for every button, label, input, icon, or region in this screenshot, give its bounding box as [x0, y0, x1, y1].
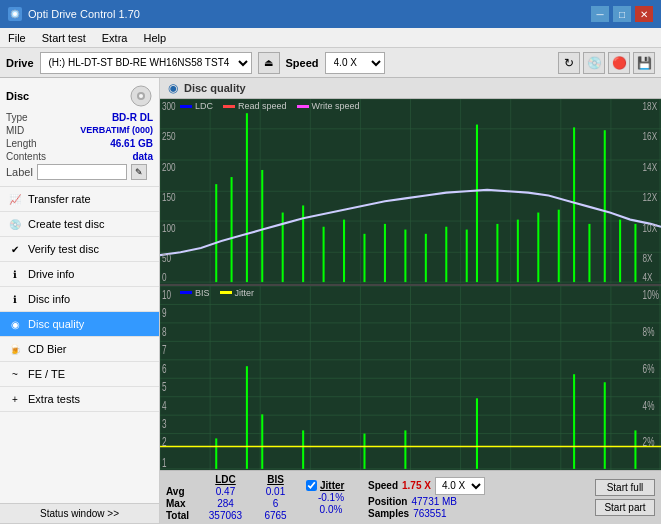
status-bar-section: Status window >>	[0, 503, 159, 524]
svg-text:18X: 18X	[643, 100, 658, 113]
max-jitter: 0.0%	[306, 504, 356, 515]
svg-text:3: 3	[162, 416, 167, 430]
label-edit-button[interactable]: ✎	[131, 164, 147, 180]
svg-text:5: 5	[162, 379, 167, 393]
svg-text:9: 9	[162, 305, 167, 319]
action-buttons: Start full Start part	[595, 479, 655, 516]
refresh-icon[interactable]: ↻	[558, 52, 580, 74]
mid-label: MID	[6, 125, 24, 136]
drive-toolbar-icons: ↻ 💿 🔴 💾	[558, 52, 655, 74]
cd-bier-icon: 🍺	[8, 342, 22, 356]
start-full-button[interactable]: Start full	[595, 479, 655, 496]
drive-select[interactable]: (H:) HL-DT-ST BD-RE WH16NS58 TST4	[40, 52, 252, 74]
speed-stat-select[interactable]: 4.0 X	[435, 477, 485, 495]
svg-point-1	[13, 12, 17, 16]
position-row: Position 47731 MB	[368, 496, 485, 507]
stats-bar: LDC BIS Avg 0.47 0.01 Max 284 6	[160, 470, 661, 524]
svg-text:2%: 2%	[643, 434, 655, 448]
jitter-checkbox[interactable]	[306, 480, 317, 491]
menu-extra[interactable]: Extra	[94, 28, 136, 47]
nav-extra-tests[interactable]: + Extra tests	[0, 387, 159, 412]
svg-text:7: 7	[162, 342, 167, 356]
stats-row: LDC BIS Avg 0.47 0.01 Max 284 6	[166, 474, 655, 521]
left-panel: Disc Type BD-R DL MID VERBATIMf (000) L	[0, 78, 160, 524]
bis-legend-label: BIS	[195, 288, 210, 298]
samples-label: Samples	[368, 508, 409, 519]
nav-cd-bier[interactable]: 🍺 CD Bier	[0, 337, 159, 362]
stats-header-row: LDC BIS	[166, 474, 298, 485]
speed-select[interactable]: 4.0 X	[325, 52, 385, 74]
start-part-button[interactable]: Start part	[595, 499, 655, 516]
bis-header: BIS	[253, 474, 298, 485]
svg-text:4X: 4X	[643, 270, 653, 283]
max-bis: 6	[253, 498, 298, 509]
main-content: Disc Type BD-R DL MID VERBATIMf (000) L	[0, 78, 661, 524]
disc-section: Disc Type BD-R DL MID VERBATIMf (000) L	[0, 78, 159, 187]
speed-stat-value: 1.75 X	[402, 480, 431, 491]
read-speed-legend-label: Read speed	[238, 101, 287, 111]
svg-text:6%: 6%	[643, 360, 655, 374]
chart-header-icon: ◉	[168, 81, 178, 95]
ldc-legend-label: LDC	[195, 101, 213, 111]
svg-text:2: 2	[162, 434, 167, 448]
verify-disc-icon: ✔	[8, 242, 22, 256]
nav-fe-te[interactable]: ~ FE / TE	[0, 362, 159, 387]
jitter-legend-color	[220, 291, 232, 294]
write-speed-legend-color	[297, 105, 309, 108]
position-value: 47731 MB	[411, 496, 457, 507]
mid-value: VERBATIMf (000)	[80, 125, 153, 136]
svg-text:4%: 4%	[643, 397, 655, 411]
svg-text:16X: 16X	[643, 130, 658, 143]
contents-label: Contents	[6, 151, 46, 162]
nav-transfer-rate[interactable]: 📈 Transfer rate	[0, 187, 159, 212]
nav-disc-info[interactable]: ℹ Disc info	[0, 287, 159, 312]
bottom-chart: 10 9 8 7 6 5 4 3 2 1 10% 8% 6% 4% 2%	[160, 286, 661, 471]
disc-erase-icon[interactable]: 🔴	[608, 52, 630, 74]
svg-text:10: 10	[162, 286, 171, 300]
maximize-button[interactable]: □	[613, 6, 631, 22]
disc-write-icon[interactable]: 💿	[583, 52, 605, 74]
jitter-section: Jitter -0.1% 0.0%	[306, 480, 356, 515]
save-icon[interactable]: 💾	[633, 52, 655, 74]
create-disc-icon: 💿	[8, 217, 22, 231]
window-controls: ─ □ ✕	[591, 6, 653, 22]
top-chart-svg: 300 250 200 150 100 50 0 18X 16X 14X 12X…	[160, 99, 661, 284]
drive-bar: Drive (H:) HL-DT-ST BD-RE WH16NS58 TST4 …	[0, 48, 661, 78]
nav-drive-info[interactable]: ℹ Drive info	[0, 262, 159, 287]
contents-value: data	[132, 151, 153, 162]
eject-button[interactable]: ⏏	[258, 52, 280, 74]
menu-file[interactable]: File	[0, 28, 34, 47]
samples-row: Samples 763551	[368, 508, 485, 519]
app-title: Opti Drive Control 1.70	[28, 8, 140, 20]
menu-start-test[interactable]: Start test	[34, 28, 94, 47]
disc-title: Disc	[6, 90, 29, 102]
transfer-rate-icon: 📈	[8, 192, 22, 206]
samples-value: 763551	[413, 508, 446, 519]
svg-text:200: 200	[162, 161, 176, 174]
stats-total-row: Total 357063 6765	[166, 510, 298, 521]
total-bis: 6765	[253, 510, 298, 521]
fe-te-icon: ~	[8, 367, 22, 381]
nav-create-test-disc[interactable]: 💿 Create test disc	[0, 212, 159, 237]
speed-position-section: Speed 1.75 X 4.0 X Position 47731 MB Sam…	[368, 477, 485, 519]
menu-bar: File Start test Extra Help	[0, 28, 661, 48]
close-button[interactable]: ✕	[635, 6, 653, 22]
right-panel: ◉ Disc quality	[160, 78, 661, 524]
extra-tests-icon: +	[8, 392, 22, 406]
label-label: Label	[6, 166, 33, 178]
label-input[interactable]	[37, 164, 127, 180]
menu-help[interactable]: Help	[135, 28, 174, 47]
nav-disc-quality[interactable]: ◉ Disc quality	[0, 312, 159, 337]
ldc-legend-color	[180, 105, 192, 108]
minimize-button[interactable]: ─	[591, 6, 609, 22]
nav-verify-test-disc[interactable]: ✔ Verify test disc	[0, 237, 159, 262]
type-label: Type	[6, 112, 28, 123]
bis-legend-color	[180, 291, 192, 294]
speed-stat-label: Speed	[368, 480, 398, 491]
svg-text:8%: 8%	[643, 323, 655, 337]
bottom-legend: BIS Jitter	[180, 288, 254, 298]
status-window-button[interactable]: Status window >>	[0, 504, 159, 524]
stats-avg-row: Avg 0.47 0.01	[166, 486, 298, 497]
disc-info-icon: ℹ	[8, 292, 22, 306]
max-label: Max	[166, 498, 198, 509]
